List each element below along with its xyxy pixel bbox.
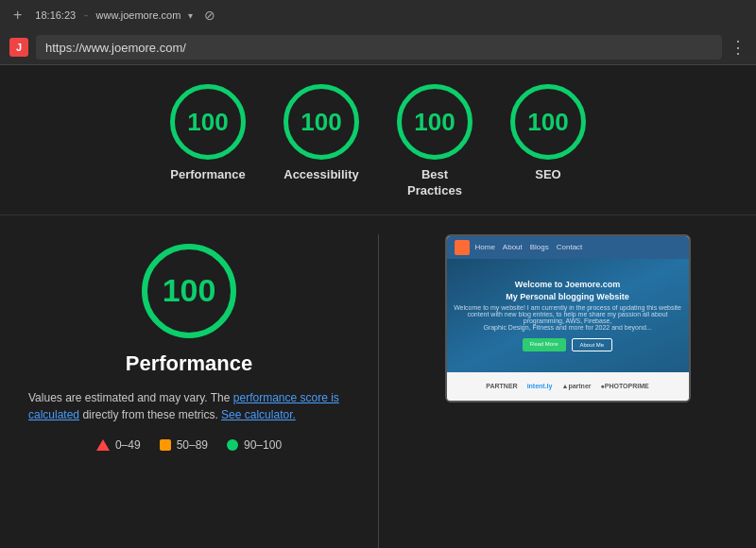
score-label-accessibility: Accessibility <box>284 167 359 183</box>
score-label-seo: SEO <box>535 167 560 183</box>
preview-buttons: Read More About Me <box>447 338 689 351</box>
detail-section: 100 Performance Values are estimated and… <box>0 215 756 548</box>
tab-time: 18:16:23 <box>35 9 76 21</box>
score-value-best-practices: 100 <box>414 108 455 137</box>
url-input[interactable] <box>36 35 722 60</box>
preview-btn-about: About Me <box>572 338 613 351</box>
main-content: 100 Performance 100 Accessibility 100 Be… <box>0 65 756 548</box>
preview-footer: PARTNER intent.ly ▲partner ●PHOTOPRIME <box>447 372 689 401</box>
score-circle-performance: 100 <box>170 84 246 160</box>
tab-domain: www.joemore.com <box>96 9 181 21</box>
score-label-performance: Performance <box>170 167 245 183</box>
preview-partner1: PARTNER <box>486 383 517 389</box>
legend-text-orange: 50–89 <box>177 438 208 452</box>
score-circle-seo: 100 <box>510 84 586 160</box>
detail-right: Home About Blogs Contact Welcome to Joem… <box>379 215 756 548</box>
score-circle-accessibility: 100 <box>284 84 359 160</box>
preview-btn-readmore: Read More <box>523 338 566 351</box>
calculator-link[interactable]: See calculator. <box>221 408 296 421</box>
favicon: J <box>9 38 28 57</box>
score-seo: 100 SEO <box>510 84 586 199</box>
tab-separator: - <box>83 7 88 24</box>
score-accessibility: 100 Accessibility <box>284 84 359 199</box>
website-preview: Home About Blogs Contact Welcome to Joem… <box>445 234 691 402</box>
preview-hero-subtitle: Welcome to my website! I am currently in… <box>447 304 689 331</box>
detail-title: Performance <box>126 351 253 376</box>
detail-description: Values are estimated and may vary. The p… <box>28 389 350 423</box>
preview-favicon <box>455 240 470 255</box>
scores-section: 100 Performance 100 Accessibility 100 Be… <box>0 65 756 215</box>
preview-navbar: Home About Blogs Contact <box>447 236 689 259</box>
preview-photoprime: ●PHOTOPRIME <box>601 383 649 389</box>
legend-text-green: 90–100 <box>244 438 282 452</box>
preview-hero-title: Welcome to Joemore.comMy Personal bloggi… <box>447 279 689 302</box>
preview-intentlly: intent.ly <box>527 383 553 389</box>
blocked-icon: ⊘ <box>204 8 215 23</box>
legend-item-red: 0–49 <box>96 438 141 452</box>
address-bar: J ⋮ <box>0 30 756 64</box>
score-value-accessibility: 100 <box>301 108 341 137</box>
legend-icon-red <box>96 439 110 451</box>
description-text-1: Values are estimated and may vary. The <box>28 391 233 404</box>
score-best-practices: 100 BestPractices <box>397 84 472 199</box>
score-label-best-practices: BestPractices <box>407 167 462 199</box>
legend-section: 0–49 50–89 90–100 <box>77 429 301 461</box>
legend-icon-green <box>227 439 238 451</box>
detail-score-circle: 100 <box>142 244 236 338</box>
detail-score-number: 100 <box>163 272 216 309</box>
score-circle-best-practices: 100 <box>397 84 472 160</box>
score-value-performance: 100 <box>187 108 228 137</box>
preview-nav-contact: Contact <box>557 243 583 251</box>
description-text-2: directly from these metrics. <box>79 408 221 421</box>
browser-menu-button[interactable]: ⋮ <box>730 37 747 58</box>
preview-nav: Home About Blogs Contact <box>475 243 583 251</box>
detail-left: 100 Performance Values are estimated and… <box>0 215 378 548</box>
tab-bar: + 18:16:23 - www.joemore.com ▾ ⊘ <box>0 0 756 30</box>
score-performance: 100 Performance <box>170 84 246 199</box>
preview-partner3: ▲partner <box>561 383 591 389</box>
new-tab-button[interactable]: + <box>8 5 27 26</box>
legend-item-orange: 50–89 <box>160 438 208 452</box>
legend-text-red: 0–49 <box>115 438 141 452</box>
legend-item-green: 90–100 <box>227 438 282 452</box>
preview-nav-home: Home <box>475 243 495 251</box>
browser-chrome: + 18:16:23 - www.joemore.com ▾ ⊘ J ⋮ <box>0 0 756 65</box>
legend-icon-orange <box>160 439 171 451</box>
preview-hero: Welcome to Joemore.comMy Personal bloggi… <box>447 259 689 372</box>
preview-nav-blogs: Blogs <box>530 243 549 251</box>
tab-dropdown-icon[interactable]: ▾ <box>188 10 193 21</box>
preview-hero-text: Welcome to Joemore.comMy Personal bloggi… <box>447 279 689 351</box>
score-value-seo: 100 <box>527 108 568 137</box>
preview-nav-about: About <box>503 243 523 251</box>
